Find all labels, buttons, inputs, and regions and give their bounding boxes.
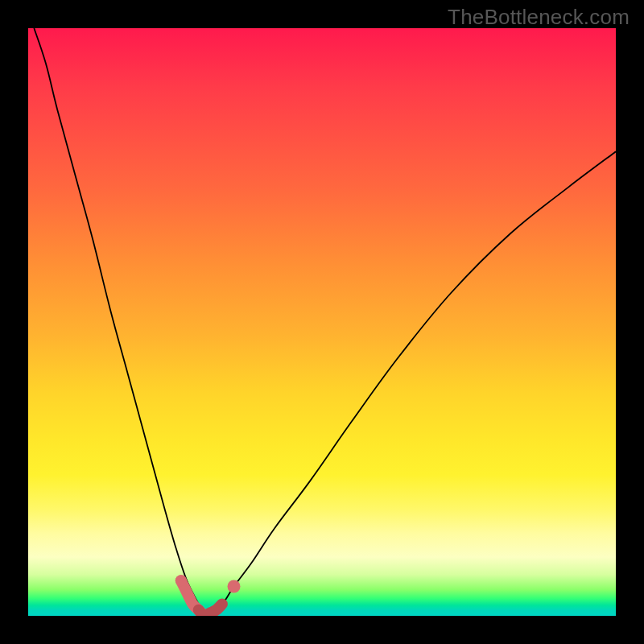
- plot-area: [28, 28, 616, 616]
- bottleneck-curve: [34, 28, 616, 616]
- highlight-segment-bottom: [199, 604, 222, 616]
- highlight-dot-top-icon: [175, 575, 187, 586]
- curve-layer: [28, 28, 616, 616]
- watermark-label: TheBottleneck.com: [448, 5, 630, 30]
- highlight-dot-icon: [228, 580, 241, 593]
- chart-container: TheBottleneck.com: [0, 0, 644, 644]
